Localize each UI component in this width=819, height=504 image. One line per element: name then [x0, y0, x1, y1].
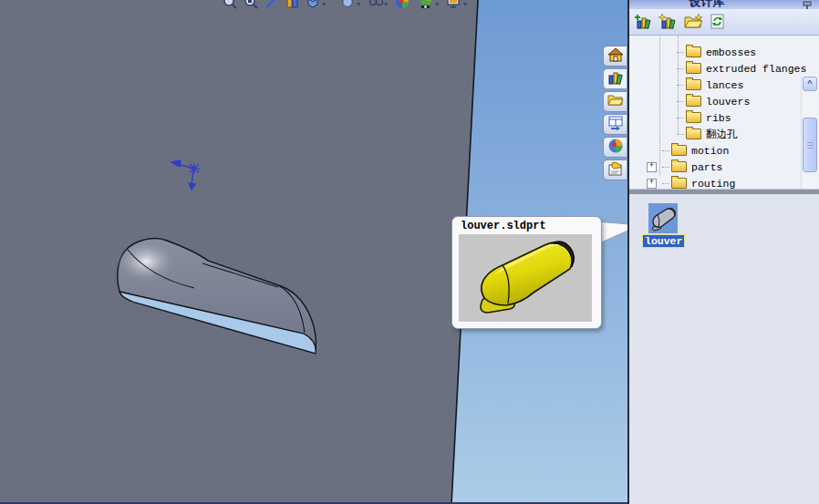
tree-item-embosses[interactable]: embosses [629, 44, 819, 60]
tree-item-label: 翻边孔 [705, 128, 738, 141]
tree-item-label: extruded flanges [705, 63, 806, 75]
folder-icon [686, 79, 701, 90]
louver-yellow-preview [481, 242, 575, 313]
expand-plus-icon[interactable]: + [647, 179, 657, 189]
add-to-library-icon[interactable] [634, 13, 651, 30]
library-item-tooltip: louver.sldprt [451, 216, 602, 329]
tree-item-extruded-flanges[interactable]: extruded flanges [629, 60, 819, 77]
library-tree: embosses extruded flanges lances louvers… [629, 36, 819, 189]
sheet-metal-face[interactable] [0, 0, 478, 504]
file-explorer-icon [607, 94, 624, 110]
refresh-icon[interactable] [709, 13, 726, 30]
add-file-location-icon[interactable] [658, 13, 676, 30]
zoom-to-fit-icon[interactable] [222, 0, 238, 10]
folder-icon [686, 46, 701, 57]
view-palette-tab[interactable] [603, 114, 627, 135]
louver-preview-image [459, 234, 592, 322]
zoom-to-area-icon[interactable] [243, 0, 259, 10]
hidden-lines-icon[interactable] [339, 0, 356, 10]
appearances-tab[interactable] [603, 137, 627, 158]
tree-item-label: ribs [705, 112, 731, 124]
design-library-panel: 设计库 embosses extruded flanges [627, 0, 819, 504]
tree-item-label: routing [690, 178, 735, 190]
tree-item-parts[interactable]: + parts [629, 159, 819, 175]
tree-item-label: motion [690, 145, 729, 157]
louver-item-label[interactable]: louver [643, 235, 684, 247]
custom-properties-icon [607, 161, 624, 180]
display-style-icon[interactable] [305, 0, 321, 10]
louver-part-icon[interactable] [648, 203, 678, 233]
tree-item-motion[interactable]: motion [629, 142, 819, 159]
design-library-icon [607, 70, 624, 88]
library-items-area: louver [629, 194, 819, 504]
folder-icon [671, 178, 687, 189]
view-orientation-icon[interactable] [285, 0, 301, 10]
file-explorer-tab[interactable] [603, 91, 627, 112]
shadows-sphere-icon[interactable] [418, 0, 434, 10]
realview-sphere-icon[interactable] [394, 0, 410, 10]
view-palette-icon [607, 116, 624, 134]
tree-item-fanbiankong[interactable]: 翻边孔 [629, 126, 819, 142]
folder-icon [686, 63, 701, 74]
section-view-icon[interactable] [368, 0, 384, 10]
folder-icon [686, 96, 701, 107]
new-folder-icon[interactable] [684, 13, 701, 30]
folder-icon [671, 145, 687, 156]
appearances-icon [607, 138, 624, 158]
tree-item-label: louvers [705, 96, 750, 108]
home-icon [607, 47, 624, 66]
tree-item-label: lances [705, 79, 743, 91]
scroll-up-icon[interactable]: ^ [803, 77, 817, 91]
panel-title: 设计库 [629, 0, 784, 9]
pin-icon[interactable] [802, 0, 814, 9]
panel-toolbar [629, 9, 819, 36]
tree-item-lances[interactable]: lances [629, 77, 819, 93]
tree-item-label: embosses [705, 46, 756, 58]
scrollbar-thumb[interactable] [803, 118, 817, 172]
tree-item-label: parts [690, 161, 723, 173]
expand-plus-icon[interactable]: + [647, 162, 657, 172]
custom-properties-tab[interactable] [603, 159, 627, 180]
zoom-selection-icon[interactable] [264, 0, 280, 10]
design-library-tab[interactable] [603, 68, 627, 89]
home-tab[interactable] [603, 46, 627, 67]
tooltip-filename: louver.sldprt [461, 220, 546, 232]
tree-item-louvers[interactable]: louvers [629, 93, 819, 109]
folder-icon [686, 112, 701, 123]
panel-titlebar: 设计库 [629, 0, 819, 9]
folder-icon [671, 161, 687, 172]
tree-item-ribs[interactable]: ribs [629, 109, 819, 126]
scene-monitor-icon[interactable] [446, 0, 462, 10]
folder-icon [686, 129, 701, 139]
solidworks-window: ▾ ▾ ▾ ▾ ▾ [0, 0, 819, 504]
